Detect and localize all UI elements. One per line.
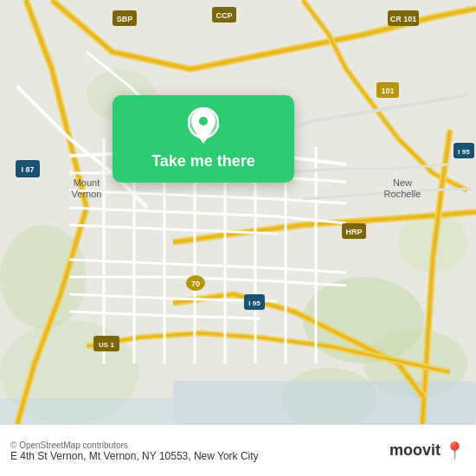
moovit-logo: moovit 📍 [389,441,466,461]
svg-text:Vernon: Vernon [72,189,102,199]
bottom-bar: © OpenStreetMap contributors E 4th St Ve… [0,424,476,476]
svg-text:US 1: US 1 [99,341,114,349]
svg-point-36 [199,117,208,125]
svg-text:101: 101 [381,87,394,95]
popup-label: Take me there [151,152,255,170]
location-pin-icon [188,107,219,145]
svg-text:CCP: CCP [215,11,232,20]
address-text: E 4th St Vernon, Mt Vernon, NY 10553, Ne… [10,450,389,462]
moovit-text: moovit [389,441,441,460]
svg-text:New: New [393,177,412,188]
svg-text:I 95: I 95 [458,148,470,156]
address-section: © OpenStreetMap contributors E 4th St Ve… [10,439,389,462]
osm-credit: © OpenStreetMap contributors [10,441,389,450]
take-me-there-button[interactable]: Take me there [113,95,294,183]
moovit-pin-icon: 📍 [444,441,466,461]
svg-rect-8 [173,381,476,424]
svg-text:HRP: HRP [345,228,362,236]
svg-text:Rochelle: Rochelle [384,189,421,199]
svg-text:I 95: I 95 [248,299,261,307]
svg-text:SBP: SBP [117,15,133,23]
svg-text:CR 101: CR 101 [390,15,417,23]
map-container: I 87 SBP CCP CR 101 101 I 95 HRP 70 US 1… [0,0,476,424]
svg-text:I 87: I 87 [21,165,34,174]
svg-text:Mount: Mount [74,177,100,188]
svg-text:70: 70 [191,280,200,288]
